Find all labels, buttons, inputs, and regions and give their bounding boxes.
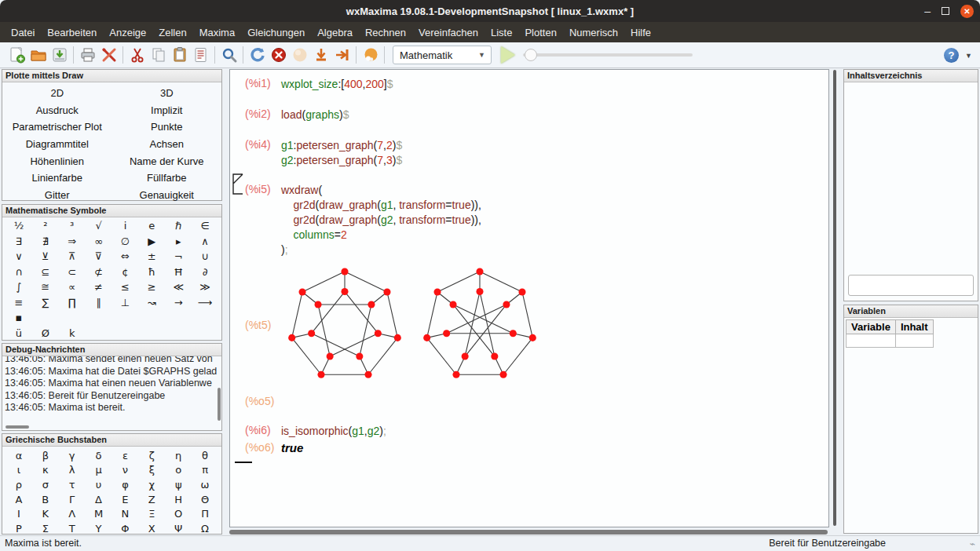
- symbol-button[interactable]: ℏ: [165, 218, 192, 234]
- code-line[interactable]: g2:petersen_graph(7,3)$: [281, 153, 402, 168]
- code-line[interactable]: g1:petersen_graph(7,2)$: [281, 138, 402, 153]
- symbol-button[interactable]: ∄: [32, 234, 59, 250]
- draw-button[interactable]: Gitter: [2, 187, 112, 204]
- greek-letter-button[interactable]: ρ: [5, 477, 32, 492]
- greek-letter-button[interactable]: Ο: [165, 506, 192, 521]
- draw-button[interactable]: Implizit: [112, 102, 222, 119]
- draw-button[interactable]: Ausdruck: [2, 102, 112, 119]
- symbol-button[interactable]: ∝: [59, 279, 86, 295]
- greek-letter-button[interactable]: ι: [5, 463, 32, 478]
- minimize-button[interactable]: –: [924, 7, 931, 15]
- greek-letter-button[interactable]: Ψ: [165, 521, 192, 536]
- symbol-button[interactable]: ü: [5, 326, 32, 341]
- maximize-button[interactable]: [942, 7, 949, 15]
- mode-dropdown[interactable]: Mathematik ▼: [393, 46, 492, 64]
- greek-letter-button[interactable]: Ω: [192, 521, 218, 536]
- symbol-button[interactable]: ³: [59, 218, 86, 234]
- animation-slider[interactable]: [523, 47, 693, 63]
- draw-button[interactable]: Punkte: [112, 119, 222, 136]
- symbol-button[interactable]: ∅: [112, 234, 139, 250]
- code-line[interactable]: is_isomorphic(g1,g2);: [281, 424, 386, 439]
- greek-letter-button[interactable]: Γ: [59, 492, 86, 507]
- greek-letter-button[interactable]: δ: [86, 448, 112, 463]
- symbol-button[interactable]: ⊆: [32, 265, 59, 280]
- draw-button[interactable]: 3D: [112, 85, 222, 102]
- greek-letter-button[interactable]: χ: [138, 477, 165, 492]
- symbol-button[interactable]: ∑: [32, 295, 59, 311]
- symbol-button[interactable]: ≥: [138, 279, 165, 295]
- menu-zellen[interactable]: Zellen: [152, 24, 192, 42]
- symbol-button[interactable]: k: [59, 326, 86, 341]
- draw-button[interactable]: Name der Kurve: [112, 152, 222, 170]
- greek-letter-button[interactable]: π: [192, 463, 218, 478]
- greek-letter-button[interactable]: σ: [32, 477, 59, 492]
- worksheet[interactable]: (%i1) wxplot_size:[400,200]$ (%i2) load(…: [229, 69, 829, 527]
- greek-letter-button[interactable]: ω: [192, 477, 218, 492]
- open-folder-icon[interactable]: [27, 45, 49, 65]
- select-all-icon[interactable]: [190, 45, 211, 65]
- draw-button[interactable]: Parametrischer Plot: [2, 119, 112, 136]
- print-icon[interactable]: [77, 45, 98, 65]
- greek-letter-button[interactable]: Κ: [32, 506, 59, 521]
- symbol-button[interactable]: ↝: [138, 295, 165, 311]
- symbol-button[interactable]: ∪: [192, 249, 218, 265]
- greek-letter-button[interactable]: Θ: [192, 492, 218, 507]
- symbol-button[interactable]: ⟶: [192, 295, 218, 311]
- greek-letter-button[interactable]: Ι: [5, 506, 32, 521]
- greek-letter-button[interactable]: θ: [192, 448, 218, 463]
- symbol-button[interactable]: ▶: [138, 234, 165, 250]
- code-line[interactable]: );: [281, 243, 481, 257]
- draw-button[interactable]: Achsen: [112, 136, 222, 153]
- preferences-icon[interactable]: [98, 45, 119, 65]
- draw-button[interactable]: Genauigkeit: [112, 187, 222, 204]
- symbol-button[interactable]: ∂: [192, 265, 218, 280]
- greek-letter-button[interactable]: ο: [165, 463, 192, 478]
- symbol-button[interactable]: √: [86, 218, 112, 234]
- symbol-button[interactable]: ≠: [86, 279, 112, 295]
- titlebar[interactable]: wxMaxima 19.08.1-DevelopmentSnapshot [ l…: [0, 0, 980, 22]
- greek-letter-button[interactable]: Ρ: [5, 521, 32, 536]
- symbol-button[interactable]: ∫: [5, 279, 32, 295]
- symbol-button[interactable]: ⊥: [112, 295, 139, 311]
- cell-bracket[interactable]: [232, 173, 245, 195]
- menu-gleichungen[interactable]: Gleichungen: [241, 24, 311, 42]
- variables-table[interactable]: Variable Inhalt: [846, 319, 934, 348]
- menu-hilfe[interactable]: Hilfe: [624, 24, 657, 42]
- menu-numerisch[interactable]: Numerisch: [563, 24, 624, 42]
- greek-letter-button[interactable]: ε: [112, 448, 139, 463]
- code-line[interactable]: wxdraw(: [281, 183, 481, 198]
- symbol-button[interactable]: ∞: [86, 234, 112, 250]
- symbol-button[interactable]: Ø: [32, 326, 59, 341]
- greek-letter-button[interactable]: Σ: [32, 521, 59, 536]
- code-line[interactable]: columns=2: [281, 228, 481, 243]
- save-icon[interactable]: [49, 45, 70, 65]
- symbol-button[interactable]: ≅: [32, 279, 59, 295]
- help-icon[interactable]: ?: [944, 48, 959, 63]
- greek-letter-button[interactable]: α: [5, 448, 32, 463]
- greek-letter-button[interactable]: Ε: [112, 492, 139, 507]
- greek-letter-button[interactable]: λ: [59, 463, 86, 478]
- symbol-button[interactable]: ½: [5, 218, 32, 234]
- symbol-button[interactable]: ∩: [5, 265, 32, 280]
- greek-letter-button[interactable]: μ: [86, 463, 112, 478]
- sphere-icon[interactable]: [289, 45, 310, 65]
- code-line[interactable]: gr2d(draw_graph(g2, transform=true)),: [281, 213, 481, 228]
- menu-rechnen[interactable]: Rechnen: [359, 24, 412, 42]
- debug-vscrollbar[interactable]: [218, 388, 221, 421]
- worksheet-vscrollbar[interactable]: [831, 69, 839, 527]
- symbol-button[interactable]: ±: [138, 249, 165, 265]
- table-row[interactable]: [847, 334, 934, 348]
- greek-letter-button[interactable]: Π: [192, 506, 218, 521]
- menu-maxima[interactable]: Maxima: [193, 24, 242, 42]
- draw-button[interactable]: 2D: [2, 85, 112, 102]
- greek-letter-button[interactable]: Χ: [138, 521, 165, 536]
- cell-i5[interactable]: (%i5) wxdraw( gr2d(draw_graph(g1, transf…: [245, 183, 481, 257]
- greek-letter-button[interactable]: Δ: [86, 492, 112, 507]
- greek-letter-button[interactable]: Η: [165, 492, 192, 507]
- greek-letter-button[interactable]: Ξ: [138, 506, 165, 521]
- symbol-button[interactable]: ⊻: [32, 249, 59, 265]
- eval-to-point-icon[interactable]: [310, 45, 331, 65]
- code-line[interactable]: gr2d(draw_graph(g1, transform=true)),: [281, 198, 481, 213]
- draw-button[interactable]: Diagrammtitel: [2, 136, 112, 153]
- symbol-button[interactable]: ≪: [165, 279, 192, 295]
